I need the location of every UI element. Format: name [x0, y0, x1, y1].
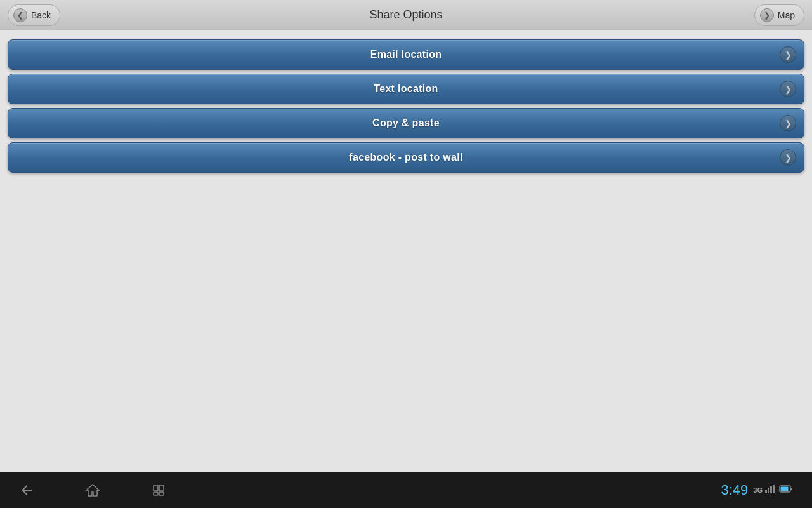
text-location-chevron: ❯ [780, 81, 796, 97]
text-location-button[interactable]: Text location ❯ [8, 74, 804, 104]
email-location-chevron: ❯ [780, 46, 796, 63]
svg-rect-4 [765, 490, 767, 493]
status-bar: 3:49 3G [721, 482, 793, 498]
android-home-icon[interactable] [85, 483, 100, 498]
back-arrow-icon: ❮ [17, 11, 23, 20]
page-title: Share Options [369, 8, 442, 22]
home-svg [85, 483, 100, 498]
svg-rect-1 [159, 485, 164, 491]
svg-rect-7 [773, 485, 775, 493]
back-svg [19, 483, 34, 498]
svg-rect-5 [768, 488, 769, 493]
android-nav-bar: 3:49 3G [0, 472, 812, 508]
signal-icon-svg [765, 484, 776, 494]
facebook-post-label: facebook - post to wall [349, 152, 462, 163]
main-content: Email location ❯ Text location ❯ Copy & … [0, 30, 812, 472]
map-icon: ❯ [764, 11, 770, 20]
facebook-post-chevron: ❯ [780, 149, 796, 166]
back-button-label: Back [31, 10, 51, 20]
signal-battery-group: 3G [753, 484, 793, 497]
copy-paste-button[interactable]: Copy & paste ❯ [8, 108, 804, 138]
battery-svg [779, 484, 793, 494]
map-button[interactable]: ❯ Map [754, 4, 804, 26]
nav-icons-group [19, 483, 166, 498]
battery-icon-symbol [779, 484, 793, 497]
android-back-icon[interactable] [19, 483, 34, 498]
battery-icon [765, 484, 776, 497]
network-badge: 3G [753, 486, 763, 494]
map-circle-icon: ❯ [760, 8, 774, 22]
header-bar: ❮ Back Share Options ❯ Map [0, 0, 812, 30]
android-recents-icon[interactable] [151, 483, 166, 498]
map-button-label: Map [778, 10, 795, 20]
svg-rect-0 [154, 485, 158, 491]
copy-paste-chevron: ❯ [780, 115, 796, 131]
copy-paste-label: Copy & paste [372, 117, 440, 129]
recents-svg [151, 483, 166, 498]
svg-rect-9 [790, 488, 792, 490]
back-circle-icon: ❮ [13, 8, 27, 22]
facebook-post-button[interactable]: facebook - post to wall ❯ [8, 142, 804, 173]
svg-rect-3 [159, 492, 164, 495]
svg-rect-10 [781, 487, 789, 491]
svg-rect-2 [154, 492, 158, 495]
text-location-label: Text location [374, 83, 438, 95]
time-display: 3:49 [721, 482, 748, 498]
email-location-button[interactable]: Email location ❯ [8, 39, 804, 70]
email-location-label: Email location [370, 49, 442, 60]
svg-rect-6 [770, 486, 772, 493]
back-button[interactable]: ❮ Back [8, 4, 60, 26]
